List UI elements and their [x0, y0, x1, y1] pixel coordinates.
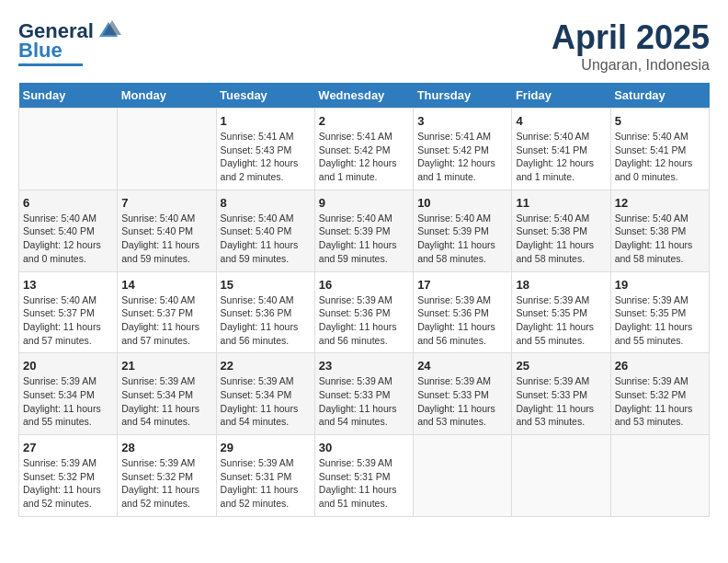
day-number: 6: [23, 196, 113, 210]
calendar-cell: 23Sunrise: 5:39 AM Sunset: 5:33 PM Dayli…: [314, 353, 413, 435]
calendar-cell: 24Sunrise: 5:39 AM Sunset: 5:33 PM Dayli…: [414, 353, 512, 435]
calendar-cell: 14Sunrise: 5:40 AM Sunset: 5:37 PM Dayli…: [118, 271, 216, 353]
day-info: Sunrise: 5:39 AM Sunset: 5:34 PM Dayligh…: [23, 374, 113, 429]
day-number: 15: [221, 278, 311, 292]
day-number: 12: [615, 196, 705, 210]
week-row-1: 1Sunrise: 5:41 AM Sunset: 5:43 PM Daylig…: [19, 109, 710, 190]
logo-icon: [96, 18, 121, 44]
day-number: 2: [319, 114, 409, 128]
header-friday: Friday: [512, 83, 610, 109]
day-info: Sunrise: 5:40 AM Sunset: 5:41 PM Dayligh…: [516, 130, 606, 184]
calendar-cell: 9Sunrise: 5:40 AM Sunset: 5:39 PM Daylig…: [314, 190, 413, 271]
title-block: April 2025 Ungaran, Indonesia: [552, 18, 710, 74]
logo: General Blue: [18, 18, 121, 66]
day-info: Sunrise: 5:41 AM Sunset: 5:42 PM Dayligh…: [417, 130, 507, 184]
day-number: 30: [319, 441, 409, 454]
day-number: 11: [516, 196, 606, 210]
week-row-5: 27Sunrise: 5:39 AM Sunset: 5:32 PM Dayli…: [19, 435, 710, 517]
calendar-cell: 21Sunrise: 5:39 AM Sunset: 5:34 PM Dayli…: [118, 353, 216, 435]
day-number: 9: [319, 196, 409, 210]
day-info: Sunrise: 5:40 AM Sunset: 5:40 PM Dayligh…: [221, 212, 311, 266]
calendar-cell: 1Sunrise: 5:41 AM Sunset: 5:43 PM Daylig…: [216, 109, 314, 190]
calendar-cell: 25Sunrise: 5:39 AM Sunset: 5:33 PM Dayli…: [512, 353, 610, 435]
day-number: 28: [121, 441, 211, 454]
day-number: 20: [23, 359, 113, 373]
calendar-cell: 15Sunrise: 5:40 AM Sunset: 5:36 PM Dayli…: [216, 271, 314, 353]
day-info: Sunrise: 5:39 AM Sunset: 5:32 PM Dayligh…: [615, 374, 705, 429]
day-number: 23: [319, 359, 409, 373]
week-row-4: 20Sunrise: 5:39 AM Sunset: 5:34 PM Dayli…: [19, 353, 710, 435]
logo-underline: [18, 63, 83, 66]
day-number: 27: [23, 441, 113, 454]
header-tuesday: Tuesday: [216, 83, 314, 109]
calendar-cell: 27Sunrise: 5:39 AM Sunset: 5:32 PM Dayli…: [19, 435, 118, 517]
header-sunday: Sunday: [19, 83, 118, 109]
calendar-cell: 13Sunrise: 5:40 AM Sunset: 5:37 PM Dayli…: [19, 271, 118, 353]
day-info: Sunrise: 5:39 AM Sunset: 5:31 PM Dayligh…: [319, 456, 409, 511]
day-info: Sunrise: 5:40 AM Sunset: 5:39 PM Dayligh…: [319, 212, 409, 266]
calendar-cell: 11Sunrise: 5:40 AM Sunset: 5:38 PM Dayli…: [512, 190, 610, 271]
calendar-subtitle: Ungaran, Indonesia: [552, 57, 710, 74]
week-row-3: 13Sunrise: 5:40 AM Sunset: 5:37 PM Dayli…: [19, 271, 710, 353]
header-row: SundayMondayTuesdayWednesdayThursdayFrid…: [19, 83, 710, 109]
calendar-cell: 17Sunrise: 5:39 AM Sunset: 5:36 PM Dayli…: [414, 271, 512, 353]
calendar-cell: 18Sunrise: 5:39 AM Sunset: 5:35 PM Dayli…: [512, 271, 610, 353]
day-number: 24: [417, 359, 507, 373]
calendar-cell: [414, 435, 512, 517]
day-number: 1: [221, 114, 311, 128]
day-number: 3: [417, 114, 507, 128]
day-number: 25: [516, 359, 606, 373]
calendar-cell: 4Sunrise: 5:40 AM Sunset: 5:41 PM Daylig…: [512, 109, 610, 190]
day-info: Sunrise: 5:39 AM Sunset: 5:33 PM Dayligh…: [516, 374, 606, 429]
calendar-cell: [610, 435, 709, 517]
day-info: Sunrise: 5:41 AM Sunset: 5:42 PM Dayligh…: [319, 130, 409, 184]
day-info: Sunrise: 5:40 AM Sunset: 5:40 PM Dayligh…: [121, 212, 211, 266]
header-wednesday: Wednesday: [314, 83, 413, 109]
calendar-cell: 10Sunrise: 5:40 AM Sunset: 5:39 PM Dayli…: [414, 190, 512, 271]
day-number: 18: [516, 278, 606, 292]
calendar-cell: 7Sunrise: 5:40 AM Sunset: 5:40 PM Daylig…: [118, 190, 216, 271]
logo-blue: Blue: [18, 39, 63, 63]
day-info: Sunrise: 5:39 AM Sunset: 5:35 PM Dayligh…: [615, 293, 705, 348]
day-number: 10: [417, 196, 507, 210]
day-number: 8: [221, 196, 311, 210]
day-number: 13: [23, 278, 113, 292]
calendar-cell: 30Sunrise: 5:39 AM Sunset: 5:31 PM Dayli…: [314, 435, 413, 517]
calendar-cell: 16Sunrise: 5:39 AM Sunset: 5:36 PM Dayli…: [314, 271, 413, 353]
day-info: Sunrise: 5:41 AM Sunset: 5:43 PM Dayligh…: [221, 130, 311, 184]
day-info: Sunrise: 5:40 AM Sunset: 5:36 PM Dayligh…: [221, 293, 311, 348]
header-thursday: Thursday: [414, 83, 512, 109]
calendar-cell: 20Sunrise: 5:39 AM Sunset: 5:34 PM Dayli…: [19, 353, 118, 435]
day-info: Sunrise: 5:39 AM Sunset: 5:32 PM Dayligh…: [121, 456, 211, 511]
calendar-cell: 29Sunrise: 5:39 AM Sunset: 5:31 PM Dayli…: [216, 435, 314, 517]
day-info: Sunrise: 5:39 AM Sunset: 5:32 PM Dayligh…: [23, 456, 113, 511]
day-info: Sunrise: 5:39 AM Sunset: 5:34 PM Dayligh…: [221, 374, 311, 429]
day-info: Sunrise: 5:39 AM Sunset: 5:33 PM Dayligh…: [319, 374, 409, 429]
day-info: Sunrise: 5:39 AM Sunset: 5:33 PM Dayligh…: [417, 374, 507, 429]
calendar-title: April 2025: [552, 18, 710, 57]
day-info: Sunrise: 5:40 AM Sunset: 5:39 PM Dayligh…: [417, 212, 507, 266]
calendar-cell: 6Sunrise: 5:40 AM Sunset: 5:40 PM Daylig…: [19, 190, 118, 271]
day-number: 4: [516, 114, 606, 128]
day-number: 16: [319, 278, 409, 292]
calendar-cell: 2Sunrise: 5:41 AM Sunset: 5:42 PM Daylig…: [314, 109, 413, 190]
day-number: 7: [121, 196, 211, 210]
calendar-cell: [118, 109, 216, 190]
day-info: Sunrise: 5:39 AM Sunset: 5:36 PM Dayligh…: [319, 293, 409, 348]
header-monday: Monday: [118, 83, 216, 109]
day-info: Sunrise: 5:39 AM Sunset: 5:31 PM Dayligh…: [221, 456, 311, 511]
calendar-cell: 3Sunrise: 5:41 AM Sunset: 5:42 PM Daylig…: [414, 109, 512, 190]
day-info: Sunrise: 5:39 AM Sunset: 5:36 PM Dayligh…: [417, 293, 507, 348]
day-number: 22: [221, 359, 311, 373]
calendar-cell: 26Sunrise: 5:39 AM Sunset: 5:32 PM Dayli…: [610, 353, 709, 435]
day-number: 5: [615, 114, 705, 128]
day-info: Sunrise: 5:40 AM Sunset: 5:37 PM Dayligh…: [23, 293, 113, 348]
header-saturday: Saturday: [610, 83, 709, 109]
calendar-cell: [512, 435, 610, 517]
day-info: Sunrise: 5:40 AM Sunset: 5:38 PM Dayligh…: [516, 212, 606, 266]
day-info: Sunrise: 5:39 AM Sunset: 5:35 PM Dayligh…: [516, 293, 606, 348]
week-row-2: 6Sunrise: 5:40 AM Sunset: 5:40 PM Daylig…: [19, 190, 710, 271]
calendar-cell: 5Sunrise: 5:40 AM Sunset: 5:41 PM Daylig…: [610, 109, 709, 190]
day-number: 19: [615, 278, 705, 292]
calendar-cell: 12Sunrise: 5:40 AM Sunset: 5:38 PM Dayli…: [610, 190, 709, 271]
